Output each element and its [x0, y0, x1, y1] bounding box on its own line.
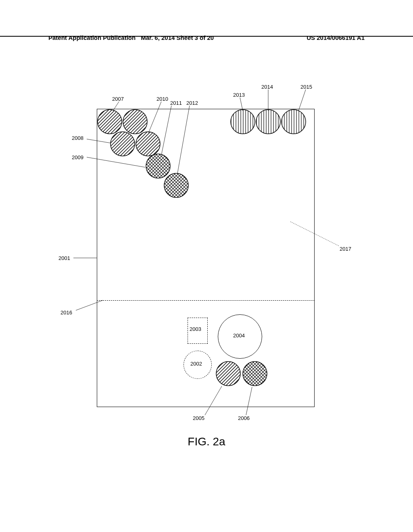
header-patent-number: US 2014/0066191 A1 — [307, 34, 365, 41]
label-2002: 2002 — [190, 361, 202, 367]
label-2006: 2006 — [238, 415, 250, 421]
label-2003: 2003 — [190, 326, 201, 332]
svg-line-15 — [177, 106, 190, 173]
label-2004: 2004 — [233, 332, 245, 339]
label-2012: 2012 — [186, 100, 198, 106]
svg-line-16 — [240, 98, 243, 111]
svg-line-23 — [290, 222, 339, 246]
svg-line-14 — [161, 106, 171, 155]
figure-label: FIG. 2a — [188, 435, 225, 448]
svg-line-24 — [205, 386, 222, 415]
svg-line-12 — [113, 102, 119, 111]
svg-line-25 — [246, 387, 252, 415]
label-2014: 2014 — [261, 84, 273, 90]
label-2017: 2017 — [340, 246, 351, 252]
label-2013: 2013 — [233, 92, 245, 98]
svg-line-13 — [148, 102, 161, 133]
svg-line-22 — [76, 300, 103, 310]
svg-line-20 — [87, 157, 145, 167]
label-2010: 2010 — [156, 96, 168, 102]
svg-line-18 — [298, 89, 306, 111]
label-2011: 2011 — [170, 100, 182, 106]
header-publication: Patent Application Publication — [48, 34, 136, 41]
label-2009: 2009 — [72, 154, 83, 160]
label-2005: 2005 — [193, 415, 204, 421]
label-2016: 2016 — [60, 310, 72, 316]
svg-line-19 — [87, 139, 111, 143]
label-2007: 2007 — [112, 96, 124, 102]
label-2008: 2008 — [72, 135, 83, 141]
patent-header: Patent Application Publication Mar. 6, 2… — [0, 34, 413, 37]
header-date-sheet: Mar. 6, 2014 Sheet 3 of 20 — [141, 34, 214, 41]
diagram-figure-2a: 2007 2010 2011 2012 2013 2014 2015 2008 … — [48, 77, 363, 439]
label-2001: 2001 — [58, 255, 70, 261]
leader-lines — [48, 77, 363, 439]
label-2015: 2015 — [300, 84, 312, 90]
